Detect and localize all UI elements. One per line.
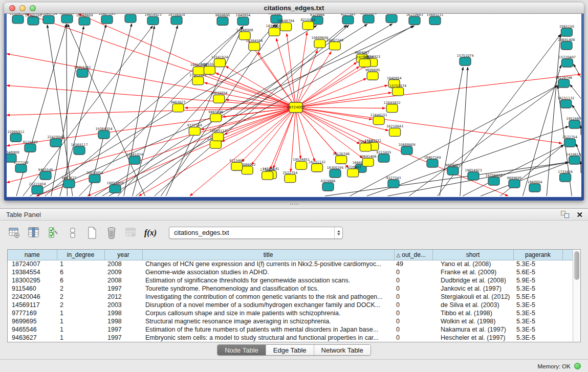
graph-node[interactable]: 22086012 <box>7 130 24 142</box>
cell-pagerank[interactable]: 5.3E-5 <box>513 325 562 334</box>
cell-name[interactable]: 18300295 <box>8 276 57 285</box>
cell-in_degree[interactable]: 6 <box>57 276 104 285</box>
graph-node[interactable]: 20033054 <box>210 91 227 103</box>
graph-node[interactable]: 16648784 <box>277 19 294 31</box>
column-header-name[interactable]: name <box>8 250 57 260</box>
graph-node[interactable]: 19654923 <box>465 168 482 180</box>
table-row[interactable]: 977716911998Corpus callosum shape and si… <box>8 309 573 317</box>
cell-year[interactable]: 2008 <box>104 260 142 268</box>
cell-year[interactable]: 2012 <box>104 293 142 301</box>
graph-node[interactable]: 9227343 <box>341 14 356 24</box>
table-scrollbar[interactable] <box>573 250 580 342</box>
graph-node[interactable]: 9699695 <box>507 176 522 188</box>
graph-edge[interactable] <box>440 67 463 196</box>
graph-edge[interactable] <box>296 93 391 107</box>
table-row[interactable]: 946362711997Embryonic stem cells: a mode… <box>8 334 573 342</box>
cell-title[interactable]: Embryonic stem cells: a model to study s… <box>142 334 394 342</box>
graph-node[interactable]: 16210643 <box>406 14 423 25</box>
show-columns-icon[interactable] <box>26 225 42 241</box>
cell-name[interactable]: 22420046 <box>8 293 57 301</box>
graph-node[interactable]: 9699695 <box>215 14 230 25</box>
graph-node[interactable]: 19053808 <box>106 181 123 193</box>
graph-node[interactable]: 19756928 <box>168 14 185 25</box>
graph-node[interactable]: 16210643 <box>386 124 403 136</box>
graph-node[interactable]: 9115460 <box>23 140 38 152</box>
cell-pagerank[interactable]: 5.3E-5 <box>513 334 562 342</box>
cell-year[interactable]: 2009 <box>104 268 142 276</box>
table-row[interactable]: 1872400712008Changes of HCN gene express… <box>8 260 573 268</box>
delete-columns-icon[interactable] <box>103 225 120 241</box>
network-canvas[interactable]: 1938455418300295166487848215955106886091… <box>7 14 581 197</box>
graph-node[interactable]: 9777169 <box>14 161 29 172</box>
graph-edge[interactable] <box>89 24 132 196</box>
graph-node[interactable]: 1840954 <box>528 180 542 192</box>
graph-node[interactable]: 10688609 <box>398 143 415 155</box>
tab-edge-table[interactable]: Edge Table <box>266 345 314 355</box>
column-header-short[interactable]: short <box>432 250 513 260</box>
graph-node[interactable]: 18407249 <box>326 38 343 50</box>
graph-node[interactable]: 12444151 <box>383 14 400 23</box>
splitter-grip[interactable] <box>290 203 299 206</box>
graph-edge[interactable] <box>242 107 296 162</box>
cell-short[interactable]: Stergiakouli et al. (2012) <box>432 293 513 301</box>
cell-pagerank[interactable]: 5.3E-5 <box>513 317 562 325</box>
table-row[interactable]: 969969511998Structural magnetic resonanc… <box>8 317 573 325</box>
graph-node[interactable]: 9463627 <box>170 100 185 112</box>
graph-node[interactable]: 9684067 <box>123 14 138 23</box>
graph-node[interactable]: 22420046 <box>47 135 64 147</box>
graph-edge[interactable] <box>523 65 561 196</box>
graph-edge[interactable] <box>296 74 581 107</box>
cell-short[interactable]: Wolkin et al. (1998) <box>432 317 513 325</box>
graph-node[interactable]: 15720407 <box>344 165 361 177</box>
cell-in_degree[interactable]: 1 <box>57 334 104 342</box>
graph-node[interactable]: 21215958 <box>29 182 46 194</box>
graph-node[interactable]: 18300295 <box>326 166 343 178</box>
cell-year[interactable]: 1997 <box>104 285 142 293</box>
cell-name[interactable]: 9777169 <box>8 309 57 317</box>
cell-year[interactable]: 2008 <box>104 276 142 285</box>
cell-title[interactable]: Structural magnetic resonance image aver… <box>142 317 394 325</box>
cell-out_degree[interactable]: 0 <box>394 276 432 285</box>
cell-name[interactable]: 14569117 <box>8 301 57 309</box>
table-settings-icon[interactable] <box>6 225 23 241</box>
graph-node[interactable]: 11548908 <box>236 28 253 40</box>
graph-node[interactable]: 19524851 <box>293 158 310 169</box>
cell-name[interactable]: 18724007 <box>8 260 57 268</box>
cell-short[interactable]: Dudbridge et al. (2008) <box>432 276 513 285</box>
graph-node[interactable]: 16151132 <box>309 160 325 172</box>
graph-node[interactable]: 2522754 <box>282 171 297 183</box>
graph-edge[interactable] <box>291 107 296 172</box>
close-panel-icon[interactable]: ✕ <box>576 211 583 218</box>
graph-node[interactable]: 9465546 <box>208 110 223 122</box>
graph-edge[interactable] <box>296 32 307 107</box>
graph-node[interactable]: 9699695 <box>365 68 380 80</box>
graph-node[interactable]: 12541024 <box>126 152 143 164</box>
cell-short[interactable]: Hescheler et al. (1997) <box>432 334 513 342</box>
cell-title[interactable]: Corpus callosum shape and size in male p… <box>142 309 394 317</box>
cell-pagerank[interactable]: 5.5E-5 <box>513 293 562 301</box>
table-row[interactable]: 2242004622012Investigating the contribut… <box>8 293 573 301</box>
cell-name[interactable]: 9463627 <box>8 334 57 342</box>
graph-node[interactable]: 16120746 <box>555 76 572 87</box>
graph-node[interactable]: 12093832 <box>384 101 401 113</box>
cell-pagerank[interactable]: 5.9E-5 <box>513 276 562 285</box>
cell-in_degree[interactable]: 1 <box>57 260 104 268</box>
table-row[interactable]: 1938455462009Genome-wide association stu… <box>8 268 573 276</box>
graph-node[interactable]: 18300295 <box>25 14 41 25</box>
panel-splitter[interactable] <box>0 201 588 208</box>
table-row[interactable]: 1456911722003Disruption of a novel membe… <box>8 301 573 309</box>
cell-title[interactable]: Genome-wide association studies in ADHD. <box>142 268 394 276</box>
graph-node[interactable]: 1733426 <box>558 170 573 182</box>
column-header-title[interactable]: title <box>142 250 394 260</box>
cell-short[interactable]: Nakamura et al. (1997) <box>432 325 513 334</box>
cell-in_degree[interactable]: 1 <box>57 325 104 334</box>
graph-node[interactable]: 19384554 <box>246 39 263 51</box>
delete-table-icon[interactable] <box>123 225 139 241</box>
graph-node[interactable]: 2065150 <box>559 25 574 36</box>
table-row[interactable]: 911546021997Tourette syndrome. Phenomeno… <box>8 285 573 293</box>
graph-node[interactable]: 9329966 <box>321 179 336 191</box>
graph-edge[interactable] <box>409 85 557 196</box>
graph-node[interactable]: 2522754 <box>562 135 577 147</box>
cell-year[interactable]: 1998 <box>104 309 142 317</box>
cell-out_degree[interactable]: 49 <box>394 260 432 268</box>
